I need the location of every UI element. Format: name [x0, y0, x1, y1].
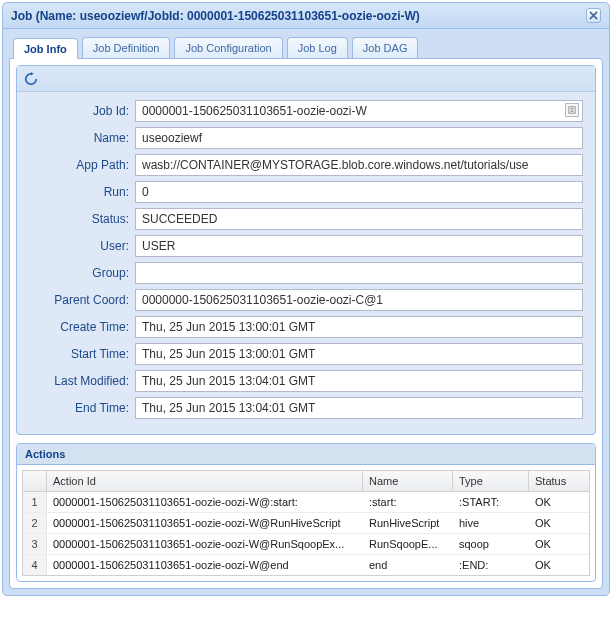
label-end-time: End Time: — [25, 401, 135, 415]
window-title: Job (Name: useooziewf/JobId: 0000001-150… — [11, 9, 420, 23]
grid-header-row: Action Id Name Type Status — [22, 470, 590, 492]
tabpanel-job-info: Job Id: — [9, 58, 603, 589]
label-user: User: — [25, 239, 135, 253]
cell-action-id: 0000001-150625031103651-oozie-oozi-W@:st… — [47, 492, 363, 512]
cell-name: end — [363, 555, 453, 575]
close-button[interactable] — [586, 8, 601, 23]
field-parent-coord[interactable] — [135, 289, 583, 311]
label-parent-coord: Parent Coord: — [25, 293, 135, 307]
field-create-time[interactable] — [135, 316, 583, 338]
detail-icon — [568, 106, 576, 114]
tab-job-info[interactable]: Job Info — [13, 38, 78, 59]
cell-name: :start: — [363, 492, 453, 512]
tab-job-definition[interactable]: Job Definition — [82, 37, 171, 58]
table-row[interactable]: 2 0000001-150625031103651-oozie-oozi-W@R… — [23, 513, 589, 534]
grid-body: 1 0000001-150625031103651-oozie-oozi-W@:… — [22, 492, 590, 576]
field-end-time[interactable] — [135, 397, 583, 419]
tab-job-configuration[interactable]: Job Configuration — [174, 37, 282, 58]
grid-header-rownum[interactable] — [23, 471, 47, 491]
field-status[interactable] — [135, 208, 583, 230]
tab-job-dag[interactable]: Job DAG — [352, 37, 419, 58]
field-group[interactable] — [135, 262, 583, 284]
tab-job-log[interactable]: Job Log — [287, 37, 348, 58]
label-start-time: Start Time: — [25, 347, 135, 361]
grid-header-type[interactable]: Type — [453, 471, 529, 491]
job-info-panel: Job Id: — [16, 65, 596, 435]
refresh-icon — [24, 72, 38, 86]
field-app-path[interactable] — [135, 154, 583, 176]
cell-status: OK — [529, 534, 593, 554]
label-create-time: Create Time: — [25, 320, 135, 334]
field-job-id[interactable] — [135, 100, 583, 122]
actions-title: Actions — [17, 444, 595, 465]
cell-rownum: 4 — [23, 555, 47, 575]
cell-name: RunHiveScript — [363, 513, 453, 533]
label-status: Status: — [25, 212, 135, 226]
job-id-trigger[interactable] — [565, 103, 579, 117]
cell-action-id: 0000001-150625031103651-oozie-oozi-W@Run… — [47, 534, 363, 554]
cell-rownum: 1 — [23, 492, 47, 512]
cell-rownum: 2 — [23, 513, 47, 533]
field-start-time[interactable] — [135, 343, 583, 365]
grid-header-status[interactable]: Status — [529, 471, 593, 491]
cell-status: OK — [529, 492, 593, 512]
label-run: Run: — [25, 185, 135, 199]
cell-action-id: 0000001-150625031103651-oozie-oozi-W@end — [47, 555, 363, 575]
label-app-path: App Path: — [25, 158, 135, 172]
table-row[interactable]: 1 0000001-150625031103651-oozie-oozi-W@:… — [23, 492, 589, 513]
field-run[interactable] — [135, 181, 583, 203]
cell-status: OK — [529, 555, 593, 575]
cell-type: :START: — [453, 492, 529, 512]
cell-type: hive — [453, 513, 529, 533]
cell-name: RunSqoopE... — [363, 534, 453, 554]
label-name: Name: — [25, 131, 135, 145]
tabstrip: Job Info Job Definition Job Configuratio… — [9, 35, 603, 58]
field-last-modified[interactable] — [135, 370, 583, 392]
cell-status: OK — [529, 513, 593, 533]
close-icon — [589, 11, 598, 20]
actions-panel: Actions Action Id Name Type Status 1 000… — [16, 443, 596, 582]
actions-grid: Action Id Name Type Status 1 0000001-150… — [17, 465, 595, 581]
refresh-button[interactable] — [23, 71, 39, 87]
cell-action-id: 0000001-150625031103651-oozie-oozi-W@Run… — [47, 513, 363, 533]
cell-type: :END: — [453, 555, 529, 575]
label-last-modified: Last Modified: — [25, 374, 135, 388]
table-row[interactable]: 4 0000001-150625031103651-oozie-oozi-W@e… — [23, 555, 589, 575]
titlebar[interactable]: Job (Name: useooziewf/JobId: 0000001-150… — [3, 3, 609, 29]
toolbar — [17, 66, 595, 92]
field-user[interactable] — [135, 235, 583, 257]
grid-header-action-id[interactable]: Action Id — [47, 471, 363, 491]
field-name[interactable] — [135, 127, 583, 149]
grid-header-name[interactable]: Name — [363, 471, 453, 491]
cell-type: sqoop — [453, 534, 529, 554]
label-group: Group: — [25, 266, 135, 280]
table-row[interactable]: 3 0000001-150625031103651-oozie-oozi-W@R… — [23, 534, 589, 555]
label-job-id: Job Id: — [25, 104, 135, 118]
form-area: Job Id: — [17, 92, 595, 434]
cell-rownum: 3 — [23, 534, 47, 554]
job-window: Job (Name: useooziewf/JobId: 0000001-150… — [2, 2, 610, 596]
